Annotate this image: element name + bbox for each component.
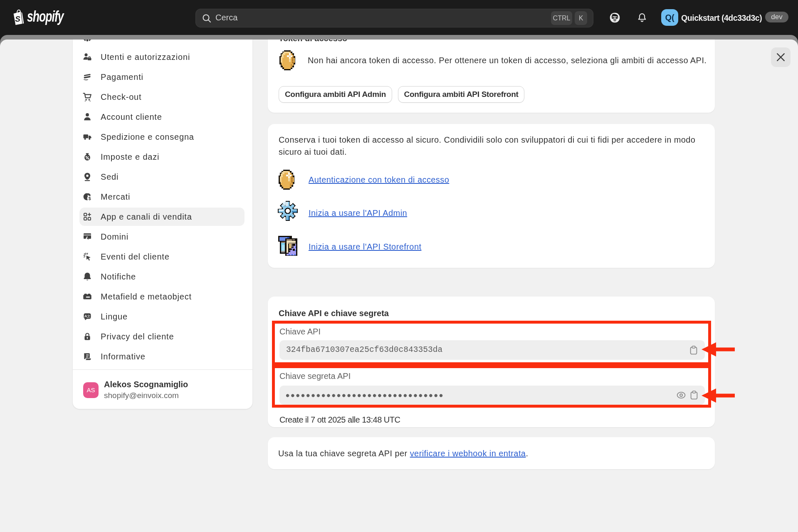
- svg-text:$: $: [89, 196, 91, 201]
- svg-text:S: S: [15, 15, 20, 23]
- svg-text:文: 文: [87, 314, 91, 318]
